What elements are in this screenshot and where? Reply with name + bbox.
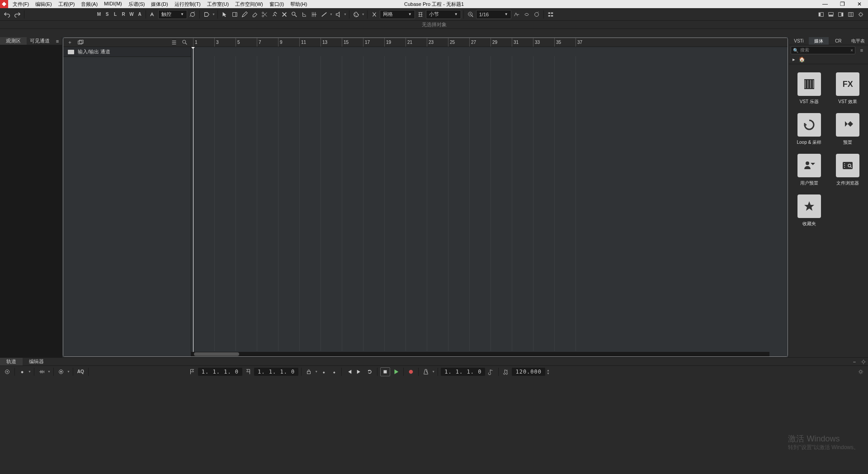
tool-timewarp[interactable]: [310, 10, 319, 19]
menu-score[interactable]: 乐谱(S): [126, 0, 148, 8]
punch-in-point[interactable]: ⬥: [319, 367, 328, 376]
tab-editor[interactable]: 编辑器: [23, 358, 50, 365]
track-list-view-button[interactable]: [170, 38, 179, 47]
h-scroll-thumb[interactable]: [194, 352, 239, 356]
quantize-panel-button[interactable]: [532, 10, 541, 19]
position-field[interactable]: 1. 1. 1. 0: [441, 368, 485, 376]
track-find-button[interactable]: [180, 38, 189, 47]
time-format-button[interactable]: [486, 367, 495, 376]
right-locator-field[interactable]: 1. 1. 1. 0: [254, 368, 298, 376]
tool-line[interactable]: [320, 10, 329, 19]
menu-help[interactable]: 帮助(H): [288, 0, 310, 8]
punch-out-point[interactable]: ⬥: [330, 367, 339, 376]
automation-mode-icon[interactable]: [148, 10, 157, 19]
listen-button[interactable]: L: [112, 10, 119, 19]
constrain-button[interactable]: [3, 367, 12, 376]
redo-button[interactable]: [13, 10, 22, 19]
tempo-track-button[interactable]: [501, 367, 510, 376]
tempo-down[interactable]: ▼: [547, 372, 550, 375]
zone-right-button[interactable]: [836, 10, 845, 19]
home-icon[interactable]: 🏠: [799, 57, 805, 62]
menu-edit[interactable]: 编辑(E): [33, 0, 55, 8]
solo-all-button[interactable]: S: [104, 10, 111, 19]
metronome-button[interactable]: [421, 367, 430, 376]
media-vst-effects[interactable]: FX VST 效果: [832, 72, 864, 105]
color-menu[interactable]: ▼: [362, 13, 365, 16]
media-back-icon[interactable]: ▸: [793, 57, 795, 62]
quantize-select[interactable]: 1/16▼: [476, 10, 511, 19]
tool-glue[interactable]: [270, 10, 279, 19]
lower-gear-button[interactable]: [859, 357, 868, 366]
automation-suspend-button[interactable]: A: [136, 10, 143, 19]
tool-erase[interactable]: [250, 10, 259, 19]
media-vst-instruments[interactable]: VST 乐器: [793, 72, 825, 105]
mute-all-button[interactable]: M: [95, 10, 103, 19]
tempo-up[interactable]: ▲: [547, 369, 550, 372]
tab-inspector[interactable]: 观测区: [0, 37, 27, 45]
tool-split[interactable]: [260, 10, 269, 19]
media-search-input[interactable]: 🔍 搜索 ×: [791, 46, 855, 54]
auto-scroll-button[interactable]: [202, 10, 211, 19]
transport-setup-button[interactable]: [856, 367, 865, 376]
quantize-icon[interactable]: [466, 10, 475, 19]
close-button[interactable]: ✕: [851, 0, 868, 8]
left-locator-flag[interactable]: [188, 367, 197, 376]
tool-play[interactable]: [334, 10, 343, 19]
zone-left-button[interactable]: [816, 10, 826, 19]
menu-midi[interactable]: MIDI(M): [101, 0, 125, 8]
tool-line-menu[interactable]: ▼: [330, 13, 333, 16]
maximize-button[interactable]: ❐: [834, 0, 851, 8]
timeline-ruler[interactable]: 135791113151719212325272931333537: [191, 38, 788, 47]
menu-window[interactable]: 窗口(I): [267, 0, 287, 8]
add-track-button[interactable]: ＋: [65, 38, 74, 47]
color-tool[interactable]: [352, 10, 361, 19]
tool-select[interactable]: [220, 10, 229, 19]
play-button[interactable]: [392, 367, 401, 376]
menu-transport[interactable]: 运行控制(T): [172, 0, 203, 8]
retrospective-menu[interactable]: ▼: [47, 370, 51, 373]
clear-search-icon[interactable]: ×: [850, 48, 853, 53]
cycle-mode-menu[interactable]: ▼: [67, 370, 70, 373]
write-automation-button[interactable]: W: [128, 10, 135, 19]
rewind-button[interactable]: [344, 367, 354, 376]
automation-panel-button[interactable]: [188, 10, 197, 19]
undo-button[interactable]: [3, 10, 12, 19]
quantize-apply-button[interactable]: [512, 10, 521, 19]
zone-bottom-button[interactable]: [826, 10, 835, 19]
menu-audio[interactable]: 音频(A): [78, 0, 100, 8]
tool-draw[interactable]: [240, 10, 249, 19]
grid-icon[interactable]: [416, 10, 425, 19]
lower-minus-button[interactable]: −: [850, 357, 859, 366]
media-loops[interactable]: Loop & 采样: [793, 113, 825, 146]
tab-meter[interactable]: 电平表: [848, 37, 868, 45]
event-area[interactable]: [191, 47, 788, 356]
media-presets[interactable]: 预置: [832, 113, 864, 146]
media-list-toggle[interactable]: ≡: [857, 46, 866, 55]
track-io-folder[interactable]: 输入/输出 通道: [63, 47, 191, 57]
menu-studio[interactable]: 工作室(U): [204, 0, 231, 8]
tab-tracks[interactable]: 轨道: [0, 358, 23, 365]
automation-mode-select[interactable]: 触控▼: [158, 10, 187, 19]
setup-layout-button[interactable]: [856, 10, 865, 19]
punch-lock-menu[interactable]: ▼: [315, 370, 318, 373]
quantize-soft-button[interactable]: [522, 10, 531, 19]
retrospective-button[interactable]: [37, 367, 46, 376]
tab-cr[interactable]: CR: [829, 37, 849, 45]
tab-vsti[interactable]: VSTi: [789, 37, 809, 45]
zone-extra-button[interactable]: [846, 10, 855, 19]
h-scrollbar[interactable]: [191, 352, 769, 356]
punch-in-button[interactable]: ●: [18, 367, 27, 376]
tool-mute[interactable]: [280, 10, 289, 19]
tool-play-menu[interactable]: ▼: [344, 13, 347, 16]
menu-project[interactable]: 工程(P): [56, 0, 78, 8]
menu-media[interactable]: 媒体(D): [148, 0, 170, 8]
grid-type-select[interactable]: 小节▼: [426, 10, 461, 19]
tab-left-opts[interactable]: ≡: [53, 37, 62, 45]
tool-zoom[interactable]: [290, 10, 299, 19]
forward-button[interactable]: [355, 367, 364, 376]
metronome-menu[interactable]: ▼: [432, 370, 435, 373]
tab-visibility[interactable]: 可见通道: [27, 37, 53, 45]
tab-media[interactable]: 媒体: [809, 37, 829, 45]
punch-lock-button[interactable]: [304, 367, 313, 376]
tool-range[interactable]: [230, 10, 239, 19]
